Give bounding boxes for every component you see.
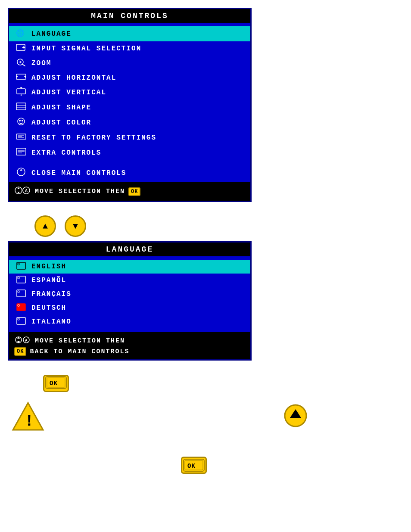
lang-item-english-label: ENGLISH (31, 263, 66, 271)
english-icon (14, 262, 28, 271)
main-controls-bottom-bar: A MOVE SELECTION THEN OK (9, 182, 250, 201)
extra-icon (14, 147, 28, 158)
italiano-icon (14, 317, 28, 327)
lang-item-deutsch[interactable]: DEUTSCH (9, 301, 250, 315)
svg-text:A: A (25, 189, 28, 193)
menu-item-input-label: INPUT SIGNAL SELECTION (31, 45, 245, 53)
lang-item-francais-label: FRANÇAIS (31, 290, 72, 298)
color-icon (14, 117, 28, 128)
menu-item-language[interactable]: 🌐 LANGUAGE (9, 26, 250, 41)
main-menu-items: 🌐 LANGUAGE INPUT SIGNAL SELECTION (9, 23, 250, 164)
close-label: CLOSE MAIN CONTROLS (31, 169, 126, 177)
lang-item-espanol-label: ESPANÕL (31, 277, 66, 284)
horizontal-icon (14, 73, 28, 83)
warning-triangle: ! (11, 401, 45, 435)
input-signal-icon (14, 44, 28, 53)
menu-item-reset-label: RESET TO FACTORY SETTINGS (31, 134, 245, 142)
ok-standalone-label: OK (45, 376, 67, 391)
svg-text:OK: OK (50, 380, 58, 387)
lang-item-english[interactable]: ENGLISH (9, 260, 250, 274)
main-controls-title: MAIN CONTROLS (9, 9, 250, 23)
svg-rect-13 (17, 89, 25, 94)
menu-item-adjust-horizontal[interactable]: ADJUST HORIZONTAL (9, 71, 250, 85)
shape-icon (14, 102, 28, 113)
lang-item-italiano[interactable]: ITALIANO (9, 315, 250, 329)
vertical-icon (14, 87, 28, 98)
svg-marker-15 (20, 87, 22, 88)
lang-bottom-line2: OK BACK TO MAIN CONTROLS (14, 347, 245, 356)
down-arrow-button[interactable]: ▼ (65, 215, 86, 237)
bottom-move-text: MOVE SELECTION THEN (35, 188, 125, 195)
ok-button-bottom[interactable]: OK (181, 457, 207, 474)
up-arrow-button[interactable]: ▲ (34, 215, 56, 237)
svg-marker-33 (20, 169, 22, 171)
language-bottom-bar: A MOVE SELECTION THEN OK BACK TO MAIN CO… (9, 332, 250, 359)
svg-text:A: A (25, 339, 28, 343)
svg-text:🌐: 🌐 (16, 29, 25, 37)
lang-item-italiano-label: ITALIANO (31, 318, 72, 326)
ok-badge: OK (128, 187, 140, 196)
svg-rect-40 (18, 263, 19, 265)
lang-bottom-text1: MOVE SELECTION THEN (35, 337, 125, 345)
svg-rect-48 (18, 318, 19, 320)
menu-item-input-signal[interactable]: INPUT SIGNAL SELECTION (9, 41, 250, 56)
svg-rect-42 (18, 277, 19, 279)
espanol-icon (14, 276, 28, 285)
language-panel-title: LANGUAGE (9, 243, 250, 256)
navigation-arrows: ▲ ▼ (34, 215, 86, 237)
francais-icon (14, 289, 28, 299)
ok-button-standalone[interactable]: OK (43, 375, 69, 392)
menu-item-horiz-label: ADJUST HORIZONTAL (31, 74, 245, 82)
deutsch-icon (14, 303, 28, 313)
svg-marker-36 (17, 192, 20, 193)
menu-item-color-label: ADJUST COLOR (31, 119, 245, 127)
close-icon (14, 167, 28, 179)
menu-item-adjust-color[interactable]: ADJUST COLOR (9, 115, 250, 130)
language-panel: LANGUAGE ENGLISH ESPANÕL (8, 241, 252, 361)
svg-point-23 (22, 120, 23, 121)
close-main-controls[interactable]: CLOSE MAIN CONTROLS (9, 164, 250, 182)
zoom-icon (14, 58, 28, 68)
ok-badge-lang: OK (14, 347, 26, 356)
svg-text:!: ! (25, 413, 34, 430)
lang-bottom-text2: BACK TO MAIN CONTROLS (30, 348, 129, 355)
language-items: ENGLISH ESPANÕL FRANÇAIS (9, 256, 250, 332)
menu-item-shape-label: ADJUST SHAPE (31, 104, 245, 112)
svg-text:OK: OK (187, 463, 196, 470)
menu-item-extra-label: EXTRA CONTROLS (31, 149, 245, 157)
language-icon: 🌐 (14, 28, 28, 39)
reset-icon (14, 132, 28, 143)
lang-item-espanol[interactable]: ESPANÕL (9, 274, 250, 287)
menu-item-adjust-vertical[interactable]: ADJUST VERTICAL (9, 85, 250, 100)
svg-line-5 (22, 64, 25, 66)
lang-ok-badge: OK (14, 347, 26, 356)
svg-rect-18 (16, 103, 26, 110)
menu-item-vert-label: ADJUST VERTICAL (31, 89, 245, 96)
menu-item-adjust-shape[interactable]: ADJUST SHAPE (9, 100, 250, 115)
lang-move-icon: A (14, 336, 31, 346)
menu-item-language-label: LANGUAGE (31, 30, 245, 38)
menu-item-extra[interactable]: EXTRA CONTROLS (9, 145, 250, 160)
svg-marker-17 (20, 95, 22, 96)
main-controls-panel: MAIN CONTROLS 🌐 LANGUAGE INPUT SIGNAL SE… (8, 8, 252, 202)
up-arrow-right[interactable] (284, 404, 308, 430)
move-selection-icon: A (14, 186, 31, 197)
lang-item-deutsch-label: DEUTSCH (31, 304, 66, 312)
svg-point-22 (19, 120, 21, 121)
lang-item-francais[interactable]: FRANÇAIS (9, 287, 250, 301)
menu-item-zoom-label: ZOOM (31, 59, 245, 67)
svg-rect-44 (18, 291, 19, 292)
svg-marker-35 (17, 187, 20, 189)
menu-item-zoom[interactable]: ZOOM (9, 56, 250, 71)
menu-item-reset[interactable]: RESET TO FACTORY SETTINGS (9, 130, 250, 145)
lang-bottom-line1: A MOVE SELECTION THEN (14, 336, 245, 346)
